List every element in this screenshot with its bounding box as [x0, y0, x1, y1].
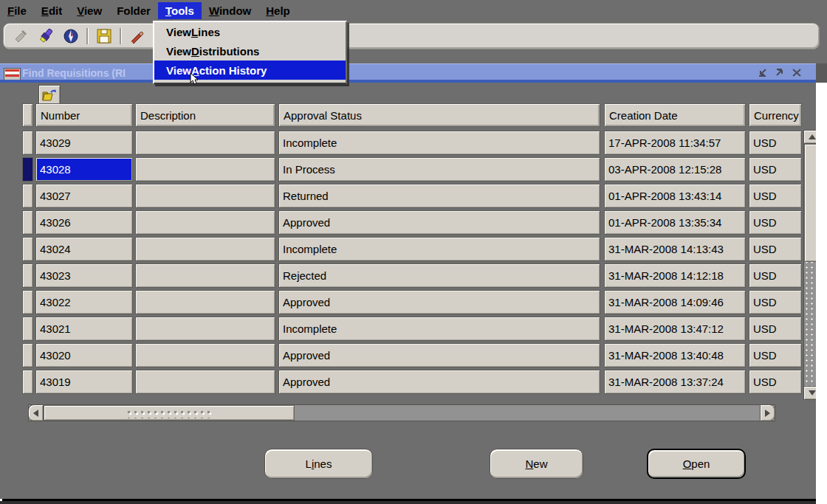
record-selector[interactable] [22, 317, 33, 341]
cell-date[interactable]: 31-MAR-2008 13:37:24 [604, 370, 746, 394]
cell-description[interactable] [135, 343, 275, 367]
cell-number[interactable]: 43029 [35, 131, 133, 155]
cell-number[interactable]: 43020 [35, 343, 133, 367]
cell-currency[interactable]: USD [749, 131, 802, 155]
column-header-description[interactable]: Description [135, 103, 275, 127]
record-selector[interactable] [22, 263, 33, 288]
cell-description[interactable] [135, 237, 275, 261]
menubar-item-tools[interactable]: Tools [158, 2, 202, 19]
new-button[interactable]: New [490, 449, 583, 479]
cell-description[interactable] [135, 210, 275, 235]
selector-column-header [22, 103, 33, 127]
cell-currency[interactable]: USD [749, 317, 802, 341]
cell-number[interactable]: 43027 [35, 184, 133, 208]
desktop-background [816, 83, 827, 504]
restore-icon[interactable] [773, 66, 786, 79]
cell-currency[interactable]: USD [749, 210, 802, 235]
cell-status[interactable]: Rejected [278, 263, 600, 288]
menubar-item-help[interactable]: Help [258, 2, 298, 19]
menubar-item-window[interactable]: Window [202, 2, 258, 19]
open-folder-icon [41, 89, 58, 102]
cell-date[interactable]: 31-MAR-2008 14:13:43 [604, 237, 746, 261]
menubar-item-file[interactable]: File [0, 2, 34, 19]
cell-status[interactable]: Incomplete [278, 237, 600, 261]
cell-number[interactable]: 43028 [35, 157, 133, 182]
cell-currency[interactable]: USD [749, 237, 802, 261]
cell-date[interactable]: 01-APR-2008 13:35:34 [604, 210, 746, 235]
record-selector[interactable] [22, 131, 33, 155]
cell-description[interactable] [135, 317, 275, 341]
minimize-icon[interactable] [756, 66, 769, 79]
cell-date[interactable]: 31-MAR-2008 14:09:46 [604, 290, 746, 314]
cell-status[interactable]: In Process [278, 157, 600, 182]
save-icon[interactable] [95, 27, 114, 46]
cell-status[interactable]: Approved [278, 210, 600, 235]
edit-field-icon[interactable] [128, 27, 147, 46]
cell-description[interactable] [135, 157, 275, 182]
menu-item-view-lines[interactable]: View Lines [154, 22, 346, 41]
new-record-icon[interactable] [11, 27, 30, 46]
cell-status[interactable]: Approved [278, 370, 600, 394]
mouse-cursor [190, 72, 200, 89]
record-selector[interactable] [22, 157, 33, 182]
cell-description[interactable] [135, 290, 275, 314]
cell-date[interactable]: 03-APR-2008 12:15:28 [604, 157, 746, 182]
cell-status[interactable]: Incomplete [278, 317, 600, 341]
cell-status[interactable]: Incomplete [278, 131, 600, 155]
cell-date[interactable]: 17-APR-2008 11:34:57 [604, 131, 746, 155]
toolbar-separator [86, 28, 89, 44]
window-title-bar[interactable]: Find Requisitions (RI [0, 63, 816, 83]
lines-button[interactable]: Lines [264, 449, 373, 479]
cell-description[interactable] [135, 370, 275, 394]
window-title: Find Requisitions (RI [22, 67, 126, 79]
scroll-left-button[interactable] [28, 404, 44, 421]
find-icon[interactable] [36, 27, 55, 46]
record-selector[interactable] [22, 290, 33, 314]
cell-description[interactable] [135, 184, 275, 208]
cell-description[interactable] [135, 131, 275, 155]
menubar-item-view[interactable]: View [69, 2, 109, 19]
menubar-item-edit[interactable]: Edit [34, 2, 69, 19]
column-header-currency[interactable]: Currency [749, 103, 802, 127]
requisitions-table: NumberDescriptionApproval StatusCreation… [22, 103, 821, 428]
cell-currency[interactable]: USD [749, 184, 802, 208]
cell-date[interactable]: 01-APR-2008 13:43:14 [604, 184, 746, 208]
record-selector[interactable] [22, 210, 33, 235]
cell-currency[interactable]: USD [749, 290, 802, 314]
navigator-icon[interactable] [61, 27, 80, 46]
cell-date[interactable]: 31-MAR-2008 13:47:12 [604, 317, 746, 341]
scroll-right-button[interactable] [760, 404, 775, 421]
horizontal-scroll-thumb[interactable] [44, 405, 295, 421]
cell-currency[interactable]: USD [749, 343, 802, 367]
menu-item-view-action-history[interactable]: View Action History [154, 61, 346, 80]
cell-date[interactable]: 31-MAR-2008 14:12:18 [604, 263, 746, 288]
cell-description[interactable] [135, 263, 275, 288]
menubar-item-folder[interactable]: Folder [109, 2, 158, 19]
column-header-creation-date[interactable]: Creation Date [604, 103, 746, 127]
record-selector[interactable] [22, 184, 33, 208]
column-header-number[interactable]: Number [35, 103, 133, 127]
record-selector[interactable] [22, 343, 33, 367]
cell-number[interactable]: 43019 [35, 370, 133, 394]
cell-currency[interactable]: USD [749, 263, 802, 288]
record-selector[interactable] [22, 370, 33, 394]
cell-status[interactable]: Approved [278, 343, 600, 367]
cell-number[interactable]: 43026 [35, 210, 133, 235]
cell-number[interactable]: 43022 [35, 290, 133, 314]
cell-status[interactable]: Approved [278, 290, 600, 314]
open-button[interactable]: Open [647, 449, 746, 479]
menu-item-view-distributions[interactable]: View Distributions [154, 41, 346, 61]
cell-number[interactable]: 43024 [35, 237, 133, 261]
cell-date[interactable]: 31-MAR-2008 13:40:48 [604, 343, 746, 367]
folder-tools-button[interactable] [38, 85, 61, 105]
record-selector[interactable] [22, 237, 33, 261]
cell-currency[interactable]: USD [749, 370, 802, 394]
cell-currency[interactable]: USD [749, 157, 802, 182]
window-edge [816, 63, 827, 83]
column-header-approval-status[interactable]: Approval Status [278, 103, 600, 127]
cell-number[interactable]: 43023 [35, 263, 133, 288]
close-icon[interactable] [790, 66, 803, 79]
cell-number[interactable]: 43021 [35, 317, 133, 341]
toolbar-band: ? [0, 21, 827, 63]
cell-status[interactable]: Returned [278, 184, 600, 208]
